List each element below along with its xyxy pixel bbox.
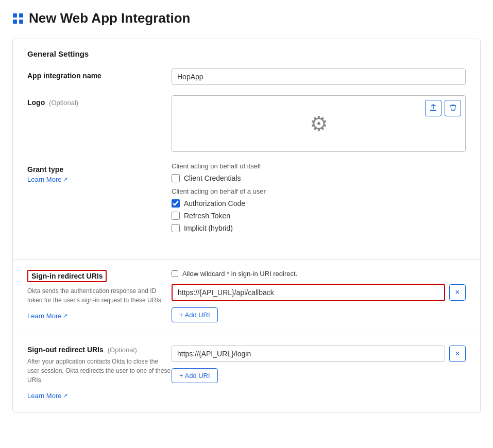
logo-optional: (Optional) bbox=[49, 99, 78, 107]
main-card: General Settings App integration name Lo… bbox=[12, 39, 481, 412]
grant-type-label-col: Grant type Learn More ↗ bbox=[27, 162, 172, 183]
signout-redirect-learn-more[interactable]: Learn More ↗ bbox=[27, 392, 67, 400]
logo-control-col: ⚙ bbox=[172, 95, 466, 152]
grid-icon bbox=[12, 13, 24, 24]
implicit-row: Implicit (hybrid) bbox=[172, 224, 466, 232]
logo-upload-box: ⚙ bbox=[172, 95, 466, 152]
authorization-code-row: Authorization Code bbox=[172, 199, 466, 208]
client-user-label: Client acting on behalf of a user bbox=[172, 187, 466, 195]
app-name-label: App integration name bbox=[27, 72, 101, 80]
close-icon: × bbox=[455, 288, 460, 297]
logo-upload-actions bbox=[425, 100, 461, 116]
grant-type-control-col: Client acting on behalf of itself Client… bbox=[172, 162, 466, 236]
signout-redirect-control-col: × + Add URI bbox=[172, 346, 466, 383]
client-credentials-checkbox[interactable] bbox=[172, 174, 180, 182]
logo-label-col: Logo (Optional) bbox=[27, 95, 172, 107]
implicit-label: Implicit (hybrid) bbox=[184, 224, 233, 232]
signout-optional: (Optional) bbox=[108, 346, 137, 354]
client-credentials-label: Client Credentials bbox=[184, 174, 241, 182]
implicit-checkbox[interactable] bbox=[172, 224, 180, 232]
signin-redirect-desc: Okta sends the authentication response a… bbox=[27, 286, 172, 305]
client-self-label: Client acting on behalf of itself bbox=[172, 162, 466, 170]
logo-row: Logo (Optional) bbox=[27, 95, 466, 152]
signout-redirect-label-col: Sign-out redirect URIs (Optional) After … bbox=[27, 346, 172, 400]
authorization-code-label: Authorization Code bbox=[184, 199, 245, 208]
grant-type-label: Grant type bbox=[27, 165, 172, 174]
refresh-token-label: Refresh Token bbox=[184, 212, 230, 220]
general-settings-title: General Settings bbox=[27, 49, 466, 58]
client-credentials-row: Client Credentials bbox=[172, 174, 466, 182]
grant-type-row: Grant type Learn More ↗ Client acting on… bbox=[27, 162, 466, 236]
app-name-label-col: App integration name bbox=[27, 68, 172, 80]
signout-redirect-row: Sign-out redirect URIs (Optional) After … bbox=[27, 346, 466, 400]
logo-upload-button[interactable] bbox=[425, 100, 441, 116]
app-name-control-col bbox=[172, 68, 466, 85]
grant-type-learn-more[interactable]: Learn More ↗ bbox=[27, 176, 67, 183]
signin-add-uri-label: + Add URI bbox=[179, 311, 210, 319]
signin-uri-remove-button[interactable]: × bbox=[449, 284, 466, 301]
upload-icon bbox=[430, 104, 437, 113]
authorization-code-checkbox[interactable] bbox=[172, 199, 180, 208]
signin-redirect-control-col: Allow wildcard * in sign-in URI redirect… bbox=[172, 270, 466, 322]
refresh-token-checkbox[interactable] bbox=[172, 212, 180, 220]
signin-uri-input[interactable] bbox=[172, 284, 445, 301]
page-header: New Web App Integration bbox=[12, 10, 481, 26]
signin-redirect-row: Sign-in redirect URIs Okta sends the aut… bbox=[27, 270, 466, 322]
wildcard-label: Allow wildcard * in sign-in URI redirect… bbox=[182, 270, 297, 278]
svg-rect-2 bbox=[13, 20, 17, 24]
general-settings-section: General Settings App integration name Lo… bbox=[13, 39, 480, 260]
signout-add-uri-label: + Add URI bbox=[179, 372, 210, 380]
wildcard-checkbox[interactable] bbox=[172, 270, 178, 277]
svg-rect-1 bbox=[19, 13, 23, 18]
signout-redirect-section: Sign-out redirect URIs (Optional) After … bbox=[13, 335, 480, 412]
signout-uri-input-row: × bbox=[172, 346, 466, 362]
app-name-row: App integration name bbox=[27, 68, 466, 85]
wildcard-row: Allow wildcard * in sign-in URI redirect… bbox=[172, 270, 466, 278]
signout-external-icon: ↗ bbox=[63, 392, 67, 399]
signin-add-uri-button[interactable]: + Add URI bbox=[172, 307, 218, 322]
signin-redirect-learn-more[interactable]: Learn More ↗ bbox=[27, 312, 67, 320]
signout-close-icon: × bbox=[455, 349, 460, 358]
signin-external-icon: ↗ bbox=[63, 313, 67, 319]
signin-redirect-section: Sign-in redirect URIs Okta sends the aut… bbox=[13, 260, 480, 335]
delete-icon bbox=[450, 104, 456, 113]
logo-label: Logo bbox=[27, 98, 45, 107]
gear-icon: ⚙ bbox=[310, 112, 328, 135]
svg-rect-3 bbox=[19, 20, 23, 24]
signout-redirect-label: Sign-out redirect URIs bbox=[27, 346, 104, 354]
svg-rect-0 bbox=[13, 13, 17, 18]
external-link-icon: ↗ bbox=[63, 176, 67, 183]
logo-delete-button[interactable] bbox=[445, 100, 461, 116]
signout-uri-remove-button[interactable]: × bbox=[449, 346, 466, 362]
app-name-input[interactable] bbox=[172, 68, 466, 85]
signin-uri-input-row: × bbox=[172, 284, 466, 301]
signout-add-uri-button[interactable]: + Add URI bbox=[172, 368, 218, 383]
signin-redirect-label-col: Sign-in redirect URIs Okta sends the aut… bbox=[27, 270, 172, 320]
signout-uri-input[interactable] bbox=[172, 346, 445, 362]
page-title: New Web App Integration bbox=[29, 10, 190, 26]
signin-redirect-label: Sign-in redirect URIs bbox=[27, 270, 107, 282]
signout-redirect-desc: After your application contacts Okta to … bbox=[27, 357, 172, 385]
refresh-token-row: Refresh Token bbox=[172, 212, 466, 220]
